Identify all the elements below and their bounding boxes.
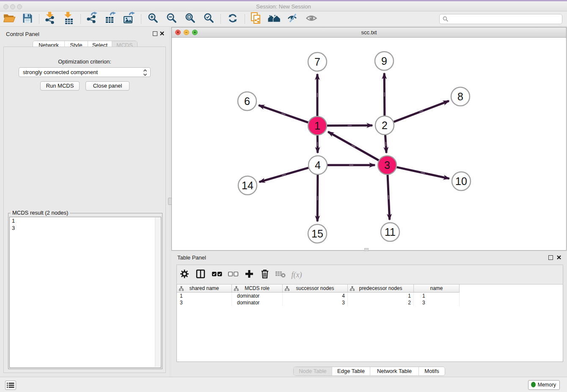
toolbar-separator — [245, 14, 245, 24]
select-value: strongly connected component — [23, 69, 98, 75]
float-table-panel-icon[interactable] — [548, 255, 553, 260]
float-panel-icon[interactable] — [153, 31, 157, 36]
tab-network-table[interactable]: Network Table — [370, 367, 418, 375]
node-15[interactable]: 15 — [308, 224, 327, 243]
edge-label-mark — [384, 92, 385, 97]
refresh-icon[interactable] — [227, 13, 238, 25]
column-header-name[interactable]: name — [414, 284, 460, 293]
edge-label-mark — [317, 142, 318, 146]
cell-0-shared-name[interactable]: 1 — [177, 293, 232, 299]
save-session-icon[interactable] — [22, 13, 33, 25]
application-window: Session: New Session — [0, 0, 567, 392]
tab-edge-table[interactable]: Edge Table — [332, 367, 370, 375]
clone-network-icon[interactable] — [250, 12, 262, 26]
zoom-fit-icon[interactable] — [185, 13, 196, 25]
export-image-icon[interactable] — [123, 12, 135, 26]
export-table-icon[interactable] — [105, 12, 116, 26]
table-toolbar: f(x) — [176, 265, 563, 284]
cell-0-predecessor-nodes[interactable]: 1 — [348, 293, 414, 299]
edge-label-mark — [317, 93, 318, 97]
svg-text:10: 10 — [455, 175, 467, 187]
home-icon[interactable] — [268, 13, 281, 25]
add-row-icon[interactable] — [245, 269, 254, 280]
node-9[interactable]: 9 — [375, 52, 394, 70]
svg-text:3: 3 — [384, 159, 390, 171]
edge-label-mark — [347, 125, 352, 126]
task-history-button[interactable] — [5, 381, 16, 390]
table-settings-icon[interactable] — [179, 269, 190, 281]
mcds-result-list[interactable]: 13 — [9, 217, 161, 368]
search-input[interactable] — [439, 14, 562, 24]
zoom-selected-icon[interactable] — [204, 13, 215, 25]
memory-button[interactable]: Memory — [528, 380, 560, 390]
export-network-icon[interactable] — [86, 12, 98, 26]
edge-label-mark — [349, 165, 353, 166]
view-resize-handle[interactable] — [364, 248, 369, 251]
cell-0-name[interactable]: 1 — [414, 293, 460, 299]
node-4[interactable]: 4 — [308, 156, 327, 174]
svg-text:9: 9 — [381, 55, 387, 67]
delete-row-icon[interactable] — [260, 269, 270, 281]
toolbar-separator — [141, 14, 141, 24]
cell-1-predecessor-nodes[interactable]: 2 — [348, 299, 414, 306]
network-window-titlebar[interactable]: × − + scc.txt — [172, 28, 566, 38]
toolbar-separator — [80, 14, 81, 24]
optimization-criterion-select[interactable]: strongly connected component — [19, 67, 151, 77]
import-table-icon[interactable] — [63, 12, 75, 26]
open-session-icon[interactable] — [3, 13, 16, 25]
node-table[interactable]: shared nameMCDS rolesuccessor nodesprede… — [176, 284, 563, 362]
node-8[interactable]: 8 — [451, 87, 470, 106]
control-panel: Control Panel NetworkStyleSelectMCDS Opt… — [0, 27, 169, 377]
cell-1-shared-name[interactable]: 3 — [177, 299, 232, 306]
window-titlebar: Session: New Session — [0, 1, 567, 11]
show-columns-icon[interactable] — [195, 269, 206, 281]
column-header-predecessor-nodes[interactable]: predecessor nodes — [348, 284, 414, 293]
node-14[interactable]: 14 — [238, 176, 257, 195]
node-7[interactable]: 7 — [308, 52, 327, 71]
edge-label-mark — [317, 196, 318, 200]
table-panel: Table Panel — [171, 252, 567, 377]
node-2[interactable]: 2 — [375, 116, 394, 135]
node-1[interactable]: 1 — [308, 116, 327, 135]
function-builder-icon[interactable]: f(x) — [292, 270, 302, 279]
svg-text:15: 15 — [311, 228, 323, 240]
node-6[interactable]: 6 — [238, 92, 256, 110]
column-header-successor-nodes[interactable]: successor nodes — [283, 284, 348, 293]
column-header-MCDS-role[interactable]: MCDS role — [232, 284, 283, 293]
select-all-icon[interactable] — [212, 271, 223, 279]
network-view-title: scc.txt — [172, 29, 566, 36]
close-panel-button[interactable]: Close panel — [85, 81, 129, 91]
run-mcds-button[interactable]: Run MCDS — [40, 81, 80, 91]
tab-motifs[interactable]: Motifs — [418, 367, 445, 375]
cell-0-successor-nodes[interactable]: 4 — [283, 293, 348, 299]
search-icon — [443, 16, 449, 22]
hide-selected-icon[interactable] — [287, 13, 299, 25]
unselect-all-icon[interactable] — [228, 271, 239, 279]
svg-text:11: 11 — [385, 226, 396, 238]
node-11[interactable]: 11 — [381, 223, 399, 241]
toolbar-separator — [39, 14, 39, 24]
svg-text:2: 2 — [382, 119, 388, 131]
toolbar-separator — [220, 14, 221, 24]
cell-0-MCDS-role[interactable]: dominator — [232, 293, 283, 299]
svg-text:7: 7 — [314, 56, 320, 68]
cell-1-MCDS-role[interactable]: dominator — [232, 299, 283, 306]
zoom-in-icon[interactable] — [148, 13, 159, 25]
delete-table-icon[interactable] — [275, 269, 286, 280]
column-header-shared-name[interactable]: shared name — [177, 284, 232, 293]
svg-text:4: 4 — [315, 159, 321, 171]
close-panel-icon[interactable] — [160, 30, 165, 38]
node-3[interactable]: 3 — [378, 156, 396, 174]
node-10[interactable]: 10 — [452, 172, 471, 190]
select-stepper-icon — [143, 69, 147, 79]
cell-1-successor-nodes[interactable]: 3 — [283, 299, 348, 306]
network-canvas[interactable]: 7968124314101511 — [172, 38, 566, 250]
import-network-icon[interactable] — [44, 12, 56, 26]
mcds-result-item: 1 — [10, 217, 161, 224]
show-all-icon[interactable] — [306, 14, 317, 25]
cell-1-name[interactable]: 3 — [414, 299, 460, 306]
close-table-panel-icon[interactable] — [556, 254, 561, 262]
scrollbar-track[interactable] — [155, 218, 160, 367]
zoom-out-icon[interactable] — [166, 13, 177, 25]
tab-node-table[interactable]: Node Table — [294, 367, 332, 375]
